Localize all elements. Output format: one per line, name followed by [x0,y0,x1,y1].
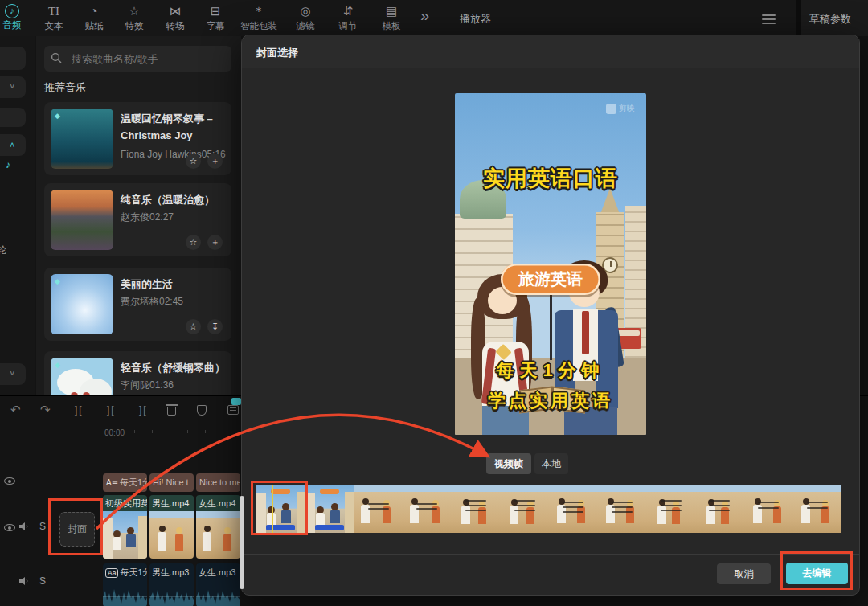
add-to-track-button[interactable]: ＋ [207,235,223,250]
song-thumbnail [51,190,113,250]
split-icon[interactable]: ][ [107,404,116,416]
tab-effects[interactable]: ☆ 特效 [114,3,154,32]
ruler-tick [223,430,223,433]
top-toolbar: ♪ 音频 TI 文本 ◔ 贴纸 ☆ 特效 ⋈ 转场 ⊟ 字幕 ＊ 智能包装 ◎ [0,0,868,36]
filmstrip-frame[interactable] [744,485,793,533]
sidebar-item[interactable] [0,47,26,70]
redo-icon[interactable]: ↷ [40,403,51,417]
tab-sticker[interactable]: ◔ 贴纸 [74,3,114,32]
speaker-icon[interactable] [18,576,30,586]
song-card[interactable]: ◆ 温暖回忆钢琴叙事 – Christmas Joy Fiona Joy Haw… [44,102,231,175]
favorite-star-button[interactable]: ☆ [186,319,201,334]
tab-filters[interactable]: ◎ 滤镜 [285,3,326,32]
song-card[interactable]: ◆ 美丽的生活 费尔塔格02:45 ☆ ↧ [44,268,231,341]
player-menu-icon[interactable] [762,14,776,27]
song-card[interactable]: ◆ 轻音乐（舒缓钢琴曲） 李闻陇01:36 [44,351,231,395]
audio-category-sidebar: ˅ ˄ ♪ 轮 ˅ [0,36,35,395]
speaker-icon[interactable] [18,522,30,531]
song-meta: 赵东俊02:27 [121,211,174,224]
adjust-sliders-icon: ⇵ [328,3,368,19]
sidebar-item[interactable]: ˄ [0,134,26,156]
video-clip-label: 男生.mp4 [149,495,194,511]
tab-video-frame[interactable]: 视频帧 [486,453,531,474]
filmstrip-frame[interactable] [403,485,452,533]
eye-toggle-icon[interactable] [4,477,15,485]
text-clip[interactable]: A≣每天1分 [103,473,147,492]
filmstrip-frame[interactable] [695,485,744,533]
delete-icon[interactable] [167,407,176,416]
favorite-star-button[interactable]: ☆ [186,154,201,169]
sidebar-item[interactable]: ˅ [0,76,26,98]
video-clip[interactable]: 女生.mp4 [196,495,240,559]
timeline-scrollbar[interactable] [240,496,244,589]
filmstrip-frame[interactable] [549,485,598,533]
video-clip[interactable]: 男生.mp4 [149,495,194,559]
filmstrip-frame[interactable] [598,485,647,533]
search-input[interactable] [44,46,231,72]
audio-clip[interactable]: 男生.mp3 [149,563,194,606]
effects-star-icon: ☆ [114,3,154,19]
go-edit-button[interactable]: 去编辑 [786,563,848,584]
cancel-button[interactable]: 取消 [717,563,771,584]
song-meta: 李闻陇01:36 [121,379,174,392]
sidebar-item[interactable] [0,108,26,127]
tab-transition[interactable]: ⋈ 转场 [155,3,195,32]
template-icon: ▤ [371,3,411,19]
tab-template[interactable]: ▤ 模板 [371,3,411,32]
vip-gem-icon: ◆ [55,277,60,285]
captions-icon: ⊟ [195,3,235,19]
filmstrip-frame[interactable] [452,485,501,533]
solo-toggle[interactable]: S [39,521,46,532]
ruler-tick [170,430,170,433]
vip-gem-icon: ◆ [55,361,60,369]
filmstrip-frame[interactable] [354,485,403,533]
download-button[interactable]: ↧ [207,319,223,334]
subtitle-split-icon[interactable] [227,405,239,415]
sparkle-icon: ＊ [234,3,284,19]
tab-smart-package[interactable]: ＊ 智能包装 [234,3,284,32]
cover-button[interactable]: 封面 [59,512,95,547]
audio-icon: ♪ [5,4,19,18]
song-thumbnail: ◆ [51,274,113,334]
chevron-down-icon: ˅ [10,81,14,91]
solo-toggle[interactable]: S [39,575,46,587]
vip-gem-icon: ◆ [55,112,60,120]
tab-text[interactable]: TI 文本 [34,3,74,32]
video-clip-thumbnail [196,511,240,559]
panel-divider [796,0,801,36]
transition-icon: ⋈ [155,3,195,19]
audio-clip[interactable]: Aa每天1分 [103,563,147,606]
tab-captions[interactable]: ⊟ 字幕 [195,3,235,32]
tab-local[interactable]: 本地 [534,453,568,474]
tab-adjust[interactable]: ⇵ 调节 [328,3,368,32]
audio-clip[interactable]: 女生.mp3 [196,563,240,606]
tab-audio[interactable]: ♪ 音频 [0,3,32,31]
filmstrip-frame[interactable] [305,485,354,533]
favorite-star-button[interactable]: ☆ [186,235,201,250]
watermark: 剪映 [606,103,635,114]
mute-shield-icon[interactable] [197,405,207,416]
dialog-header: 封面选择 [242,35,859,68]
ruler-tick [205,430,206,433]
eye-toggle-icon[interactable] [4,524,15,531]
add-to-track-button[interactable]: ＋ [207,154,223,169]
split-right-icon[interactable]: ][ [139,404,148,416]
music-library-panel: 推荐音乐 ◆ 温暖回忆钢琴叙事 – Christmas Joy Fiona Jo… [36,36,241,395]
filmstrip-playhead[interactable] [272,485,273,533]
filmstrip-frame[interactable] [500,485,549,533]
split-left-icon[interactable]: ][ [75,404,84,416]
dialog-footer-divider [242,554,859,555]
text-clip[interactable]: Nice to me [196,473,240,492]
snap-toggle-badge[interactable] [231,398,241,405]
more-tools-chevron-icon[interactable]: » [420,6,428,25]
sidebar-item[interactable]: ˅ [0,363,26,385]
video-clip-thumbnail [149,511,194,559]
filmstrip-frame[interactable] [256,485,305,533]
ruler-tick [187,430,188,433]
text-clip[interactable]: Hi! Nice t [149,473,194,492]
song-card[interactable]: 纯音乐（温暖治愈） 赵东俊02:27 ☆ ＋ [44,183,231,256]
filmstrip-frame[interactable] [646,485,695,533]
filmstrip-frame[interactable] [792,485,841,533]
undo-icon[interactable]: ↶ [10,403,21,417]
video-clip[interactable]: 初级实用英 [103,495,147,559]
